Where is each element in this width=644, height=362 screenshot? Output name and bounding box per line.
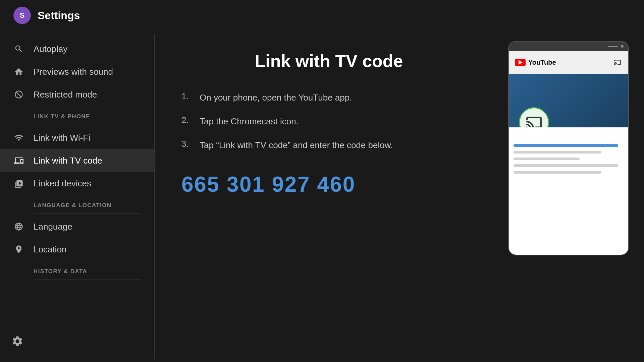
cast-icon-phone <box>613 59 622 66</box>
content-area: Link with TV code 1. On your phone, open… <box>155 31 644 362</box>
sidebar-item-label: Restricted mode <box>34 89 97 100</box>
phone-banner <box>509 74 628 127</box>
sidebar-item-label: Link with TV code <box>34 156 102 166</box>
instructions-panel: Link with TV code 1. On your phone, open… <box>155 31 503 362</box>
section-divider-3 <box>34 280 141 280</box>
step-text-1: On your phone, open the YouTube app. <box>200 91 352 104</box>
sidebar-item-language[interactable]: Language <box>0 215 154 238</box>
yt-logo-text: YouTube <box>528 59 556 66</box>
section-header-history: HISTORY & DATA <box>0 261 154 278</box>
yt-logo-area: YouTube <box>515 59 556 66</box>
sidebar-item-label: Autoplay <box>34 44 67 54</box>
step-text-2: Tap the Chromecast icon. <box>200 115 299 128</box>
phone-content-line-4 <box>514 171 601 174</box>
sidebar-item-autoplay[interactable]: Autoplay <box>0 38 154 60</box>
content-title: Link with TV code <box>181 51 476 71</box>
sidebar-item-label: Previews with sound <box>34 67 113 77</box>
tv-code-icon <box>13 155 24 166</box>
sidebar-item-restricted[interactable]: Restricted mode <box>0 83 154 106</box>
step-item-3: 3. Tap “Link with TV code” and enter the… <box>181 139 476 152</box>
sidebar-item-linked-devices[interactable]: Linked devices <box>0 172 154 195</box>
step-item-2: 2. Tap the Chromecast icon. <box>181 115 476 128</box>
phone-content-line-1 <box>514 151 601 154</box>
devices-icon <box>13 178 24 189</box>
sidebar: Autoplay Previews with sound Restricted … <box>0 31 154 362</box>
page-title: Settings <box>38 9 80 22</box>
phone-content-line-2 <box>514 158 580 160</box>
restricted-icon <box>13 89 24 100</box>
settings-icon-button[interactable] <box>10 334 25 349</box>
sidebar-item-location[interactable]: Location <box>0 238 154 261</box>
search-icon <box>13 44 24 54</box>
step-item-1: 1. On your phone, open the YouTube app. <box>181 91 476 104</box>
phone-youtube-header: YouTube <box>509 51 628 74</box>
phone-content-line-3 <box>514 164 618 167</box>
yt-logo-icon <box>515 59 526 66</box>
header: S Settings <box>0 0 644 31</box>
step-number-2: 2. <box>181 115 192 125</box>
phone-cast-overlay <box>519 107 549 127</box>
phone-illustration: YouTube <box>508 41 629 255</box>
step-number-1: 1. <box>181 91 192 102</box>
section-header-link: LINK TV & PHONE <box>0 106 154 123</box>
sidebar-item-label: Location <box>34 244 66 255</box>
location-icon <box>13 244 24 255</box>
section-divider <box>34 125 141 125</box>
sidebar-item-link-tv-code[interactable]: Link with TV code <box>0 149 154 172</box>
phone-top-bar-dot <box>621 45 624 48</box>
main-layout: Autoplay Previews with sound Restricted … <box>0 31 644 362</box>
tv-code-display: 665 301 927 460 <box>181 172 476 197</box>
phone-top-bar <box>509 42 628 51</box>
step-number-3: 3. <box>181 139 192 149</box>
avatar: S <box>13 7 31 24</box>
language-icon <box>13 221 24 232</box>
sidebar-item-label: Linked devices <box>34 178 91 189</box>
yt-play-triangle <box>519 60 523 65</box>
step-text-3: Tap “Link with TV code” and enter the co… <box>200 139 393 152</box>
sidebar-item-previews[interactable]: Previews with sound <box>0 60 154 83</box>
sidebar-item-label: Link with Wi-Fi <box>34 133 90 143</box>
wifi-icon <box>13 132 24 143</box>
home-icon <box>13 66 24 77</box>
phone-top-bar-line <box>608 46 618 47</box>
section-divider-2 <box>34 214 141 214</box>
phone-content-line-accent <box>514 144 618 147</box>
phone-content-area <box>509 127 628 255</box>
sidebar-item-label: Language <box>34 222 72 232</box>
sidebar-item-link-wifi[interactable]: Link with Wi-Fi <box>0 126 154 149</box>
phone-illustration-panel: YouTube <box>503 31 644 362</box>
section-header-language: LANGUAGE & LOCATION <box>0 195 154 212</box>
steps-list: 1. On your phone, open the YouTube app. … <box>181 91 476 152</box>
content-panel: Link with TV code 1. On your phone, open… <box>155 31 644 362</box>
